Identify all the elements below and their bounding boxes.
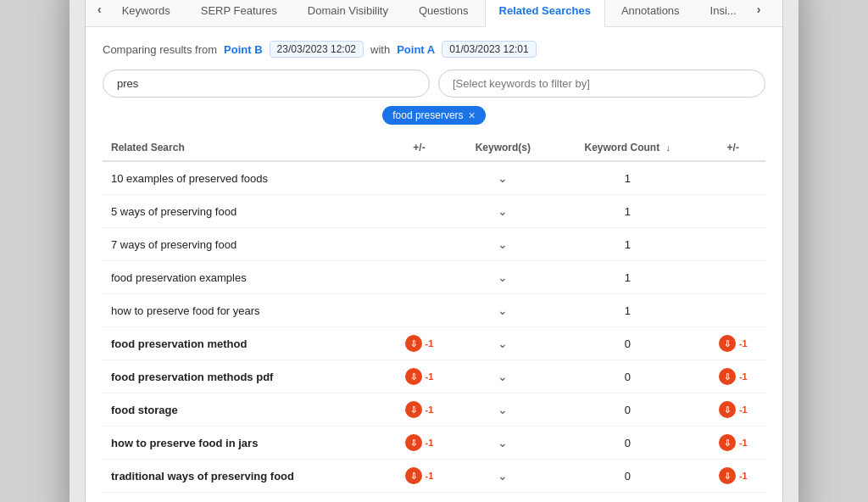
- row-name-cell: food preservation examples: [103, 261, 387, 294]
- expand-keywords-button[interactable]: ⌄: [492, 236, 513, 253]
- row-name-text: 5 ways of preserving food: [111, 205, 236, 218]
- row-name-cell: how to preserve food in jars: [103, 427, 387, 460]
- down-badge-icon: ⇩: [405, 434, 422, 451]
- chip-label: food preservers: [392, 109, 463, 121]
- col-plus-minus-2: +/-: [701, 135, 765, 161]
- date-badge-b: 23/03/2023 12:02: [270, 41, 364, 58]
- row-keyword-count: 0: [554, 460, 701, 493]
- row-name-text: food storage: [111, 404, 178, 416]
- badge-right-number: -1: [739, 404, 748, 415]
- nav-right-arrow[interactable]: ›: [752, 0, 766, 25]
- point-b-label: Point B: [224, 43, 263, 56]
- badge-right-number: -1: [739, 471, 748, 481]
- row-badge-left: ⇩-1: [387, 360, 451, 393]
- row-keywords-cell: ⌄: [452, 460, 554, 493]
- compare-row: Comparing results from Point B 23/03/202…: [103, 41, 765, 58]
- row-keyword-count: 0: [554, 393, 701, 427]
- tab-keywords[interactable]: Keywords: [108, 0, 185, 27]
- tab-questions[interactable]: Questions: [404, 0, 483, 27]
- expand-keywords-button[interactable]: ⌄: [492, 368, 513, 385]
- tab-domain-visibility[interactable]: Domain Visibility: [293, 0, 403, 27]
- row-badge-right: [701, 294, 765, 327]
- filter-chip[interactable]: food preservers ×: [382, 106, 486, 125]
- search-right-input[interactable]: [438, 70, 765, 98]
- row-badge-right: ⇩-1: [701, 327, 765, 360]
- main-content: Comparing results from Point B 23/03/202…: [86, 27, 782, 502]
- row-keywords-cell: ⌄: [452, 228, 554, 261]
- col-keyword-count[interactable]: Keyword Count ↓: [554, 135, 701, 161]
- tab-related-searches[interactable]: Related Searches: [485, 0, 605, 27]
- table-row: food preservation examples⌄1: [103, 261, 765, 294]
- badge-number: -1: [426, 404, 434, 415]
- row-keywords-cell: ⌄: [452, 161, 554, 195]
- badge-right-number: -1: [739, 338, 748, 349]
- row-name-text: 7 ways of preserving food: [111, 238, 236, 251]
- badge-number: -1: [426, 438, 434, 448]
- point-a-label: Point A: [397, 43, 435, 56]
- search-row: [103, 70, 765, 98]
- tab-insights[interactable]: Insi...: [696, 0, 751, 27]
- row-name-cell: how to preserve food for years: [103, 294, 387, 327]
- down-badge-right-icon: ⇩: [719, 401, 736, 418]
- expand-keywords-button[interactable]: ⌄: [492, 203, 513, 220]
- expand-keywords-button[interactable]: ⌄: [492, 269, 513, 286]
- date-badge-a: 01/03/2023 12:01: [442, 41, 536, 58]
- search-left-input[interactable]: [103, 70, 430, 98]
- row-name-text: traditional ways of preserving food: [111, 470, 294, 482]
- table-row: food storage⇩-1⌄0⇩-1: [103, 393, 765, 427]
- filter-chips-area: food preservers ×: [103, 106, 765, 125]
- row-badge-left: [387, 195, 451, 228]
- row-keyword-count: 1: [554, 195, 701, 228]
- row-keywords-cell: ⌄: [452, 360, 554, 393]
- row-badge-right: [701, 228, 765, 261]
- down-badge-icon: ⇩: [405, 401, 422, 418]
- with-label: with: [370, 43, 390, 56]
- down-badge-icon: ⇩: [405, 335, 422, 352]
- row-keyword-count: 1: [554, 228, 701, 261]
- expand-keywords-button[interactable]: ⌄: [492, 401, 513, 418]
- expand-keywords-button[interactable]: ⌄: [492, 335, 513, 352]
- table-row: 5 ways of preserving food⌄1: [103, 195, 765, 228]
- chip-close-icon[interactable]: ×: [469, 109, 476, 121]
- table-row: food preservation method⇩-1⌄0⇩-1: [103, 327, 765, 360]
- col-plus-minus-1: +/-: [387, 135, 451, 161]
- down-badge-icon: ⇩: [405, 467, 422, 484]
- badge-right-number: -1: [739, 371, 748, 382]
- related-search-table: Related Search +/- Keyword(s) Keyword Co…: [103, 135, 765, 493]
- row-name-text: food preservation examples: [111, 271, 247, 284]
- badge-right-number: -1: [739, 438, 748, 448]
- badge-number: -1: [426, 471, 434, 481]
- row-name-text: 10 examples of preserved foods: [111, 172, 268, 185]
- row-name-cell: 5 ways of preserving food: [103, 195, 387, 228]
- expand-keywords-button[interactable]: ⌄: [492, 170, 513, 187]
- nav-left-arrow[interactable]: ‹: [92, 0, 107, 25]
- expand-keywords-button[interactable]: ⌄: [492, 434, 513, 451]
- table-row: how to preserve food for years⌄1: [103, 294, 765, 327]
- down-badge-icon: ⇩: [405, 368, 422, 385]
- row-name-text: food preservation method: [111, 337, 247, 350]
- row-name-cell: food preservation method: [103, 327, 387, 360]
- row-name-cell: traditional ways of preserving food: [103, 460, 387, 493]
- row-badge-left: [387, 294, 451, 327]
- row-badge-right: ⇩-1: [701, 393, 765, 427]
- row-badge-right: [701, 195, 765, 228]
- row-keywords-cell: ⌄: [452, 393, 554, 427]
- table-header-row: Related Search +/- Keyword(s) Keyword Co…: [103, 135, 765, 161]
- row-keyword-count: 1: [554, 261, 701, 294]
- down-badge-right-icon: ⇩: [719, 368, 736, 385]
- row-keywords-cell: ⌄: [452, 327, 554, 360]
- expand-keywords-button[interactable]: ⌄: [492, 467, 513, 484]
- row-name-text: food preservation methods pdf: [111, 371, 273, 383]
- col-keywords: Keyword(s): [452, 135, 554, 161]
- row-badge-left: ⇩-1: [387, 460, 451, 493]
- tab-annotations[interactable]: Annotations: [607, 0, 694, 27]
- sort-down-icon: ↓: [666, 142, 671, 153]
- row-keyword-count: 1: [554, 161, 701, 195]
- expand-keywords-button[interactable]: ⌄: [492, 302, 513, 319]
- row-badge-right: ⇩-1: [701, 360, 765, 393]
- row-keyword-count: 1: [554, 294, 701, 327]
- row-keyword-count: 0: [554, 427, 701, 460]
- table-row: traditional ways of preserving food⇩-1⌄0…: [103, 460, 765, 493]
- row-badge-left: [387, 228, 451, 261]
- tab-serp-features[interactable]: SERP Features: [186, 0, 292, 27]
